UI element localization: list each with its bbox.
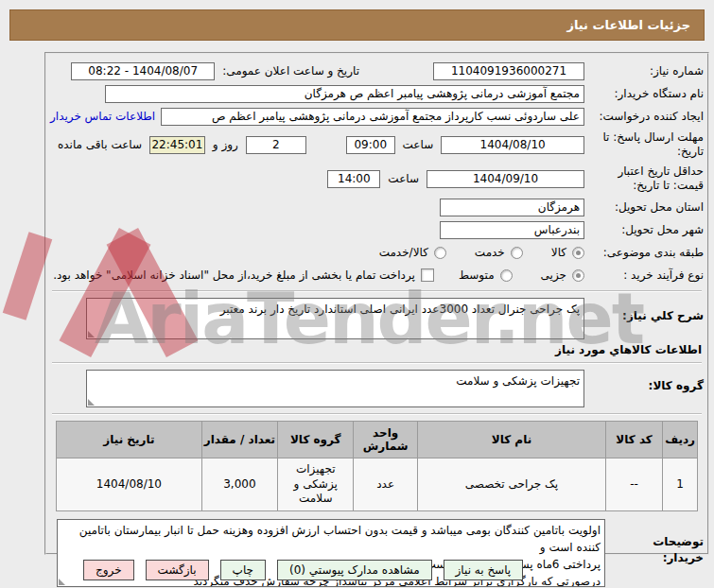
radio-option-label: متوسط xyxy=(459,268,495,282)
days-and-label: روز و xyxy=(213,138,238,151)
row-process-type: نوع فرآیند خرید : جزییمتوسط پرداخت تمام … xyxy=(50,266,704,285)
view-attachments-button[interactable]: مشاهده مدارک پیوستي (0) xyxy=(277,560,432,580)
reply-hour-label: ساعت xyxy=(403,138,434,151)
separator xyxy=(52,290,702,292)
table-cell: عدد xyxy=(354,458,417,511)
need-details-panel: شماره نیاز: 1104091936000271 تاریخ و ساع… xyxy=(44,52,709,555)
delivery-city-field[interactable]: بندرعباس xyxy=(440,221,584,239)
goods-table: ردیفکد کالانام کالاواحد شمارشگروه کالاتع… xyxy=(56,421,698,511)
announce-datetime-field[interactable]: 1404/08/07 - 08:22 xyxy=(71,62,215,80)
radio-selected-icon[interactable] xyxy=(572,269,584,282)
table-cell: 3,000 xyxy=(201,458,277,511)
window-title-bar: جزئیات اطلاعات نیاز xyxy=(9,9,705,41)
row-delivery-province: استان محل تحویل: هرمزگان xyxy=(50,198,704,216)
row-reply-deadline: مهلت ارسال پاسخ: تا تاریخ: 1404/08/10 سا… xyxy=(50,130,704,160)
buyer-notes-label: توضیحات خریدار: xyxy=(605,519,704,566)
table-cell: -- xyxy=(606,458,663,511)
hours-remaining-label: ساعت باقی مانده xyxy=(58,138,142,151)
price-validity-label: حداقل تاریخ اعتبار قیمت: تا تاریخ: xyxy=(584,164,704,193)
classification-radio-group: کالاخدمتکالا/خدمت xyxy=(379,246,584,259)
table-cell: پک جراحی تخصصی xyxy=(417,458,605,511)
row-request-creator: ایجاد کننده درخواست: علی ساردوئی نسب کار… xyxy=(50,107,704,126)
radio-option-label: کالا/خدمت xyxy=(379,246,428,259)
buyer-notes-line: اولویت باتامین کنندگان بومی میباشد و قیم… xyxy=(61,522,601,556)
resize-handle-icon[interactable] xyxy=(59,579,65,585)
radio-unselected-icon[interactable] xyxy=(500,269,513,282)
radio-selected-icon[interactable] xyxy=(572,247,584,259)
goods-table-column-header: کد کالا xyxy=(606,422,663,458)
delivery-city-label: شهر محل تحویل: xyxy=(584,223,704,237)
classification-label: طبقه بندی موضوعی: xyxy=(584,246,704,260)
need-number-field[interactable]: 1104091936000271 xyxy=(433,62,584,80)
process-type-radio-group: جزییمتوسط xyxy=(459,268,584,282)
radio-unselected-icon[interactable] xyxy=(434,247,446,259)
goods-table-column-header: ردیف xyxy=(663,422,698,458)
table-row: 1--پک جراحی تخصصیعددتجهیزات پزشکی و سلام… xyxy=(57,458,698,511)
goods-table-header-row: ردیفکد کالانام کالاواحد شمارشگروه کالاتع… xyxy=(57,422,698,458)
exit-button[interactable]: خروج xyxy=(83,560,134,580)
goods-section-header: اطلاعات کالاهاي مورد نیاز xyxy=(52,343,702,356)
radio-option[interactable]: جزیی xyxy=(541,268,584,282)
process-type-label: نوع فرآیند خرید : xyxy=(584,268,704,283)
row-classification: طبقه بندی موضوعی: کالاخدمتکالا/خدمت xyxy=(50,243,704,262)
delivery-province-label: استان محل تحویل: xyxy=(584,200,704,215)
countdown-field[interactable]: 22:45:01 xyxy=(149,136,205,154)
print-button[interactable]: چاپ xyxy=(220,560,266,580)
reply-deadline-label: مهلت ارسال پاسخ: تا تاریخ: xyxy=(584,130,704,159)
goods-table-column-header: گروه کالا xyxy=(278,422,354,458)
resize-handle-icon[interactable] xyxy=(88,331,95,337)
validity-hour-label: ساعت xyxy=(388,172,419,185)
remaining-days-field[interactable]: 2 xyxy=(246,136,306,154)
table-cell: 1 xyxy=(663,458,698,511)
delivery-province-field[interactable]: هرمزگان xyxy=(440,199,584,216)
goods-table-column-header: واحد شمارش xyxy=(354,422,417,458)
treasury-payment-label: پرداخت تمام یا بخشی از مبلغ خرید،از محل … xyxy=(53,268,415,282)
validity-time-field[interactable]: 14:00 xyxy=(327,170,380,188)
checkbox-unchecked-icon[interactable] xyxy=(421,268,434,282)
goods-group-label: گروه کالا: xyxy=(584,370,704,393)
radio-option[interactable]: خدمت xyxy=(475,246,523,259)
radio-option[interactable]: کالا xyxy=(551,246,584,259)
need-details-window: جزئیات اطلاعات نیاز شماره نیاز: 11040919… xyxy=(0,0,714,588)
row-price-validity: حداقل تاریخ اعتبار قیمت: تا تاریخ: 1404/… xyxy=(50,164,704,194)
page-title: جزئیات اطلاعات نیاز xyxy=(566,18,690,32)
request-creator-field[interactable]: علی ساردوئی نسب کارپرداز مجتمع آموزشی در… xyxy=(161,108,584,126)
treasury-payment-option[interactable]: پرداخت تمام یا بخشی از مبلغ خرید،از محل … xyxy=(53,268,434,282)
separator xyxy=(52,413,702,415)
separator xyxy=(52,362,702,364)
goods-table-column-header: نام کالا xyxy=(417,422,605,458)
table-cell: 1404/08/10 xyxy=(57,458,202,511)
radio-option-label: جزیی xyxy=(541,268,566,282)
need-description-text: پک جراحی جنرال تعداد 3000عدد ایرانی اصلی… xyxy=(220,303,580,316)
row-need-number: شماره نیاز: 1104091936000271 تاریخ و ساع… xyxy=(50,61,704,80)
back-button[interactable]: بازگشت xyxy=(146,560,209,580)
action-button-row: پاسخ به نیازمشاهده مدارک پیوستي (0)چاپبا… xyxy=(83,560,523,580)
radio-option[interactable]: متوسط xyxy=(459,268,513,282)
reply-time-field[interactable]: 09:00 xyxy=(346,136,395,154)
goods-table-column-header: تعداد / مقدار xyxy=(201,422,277,458)
buyer-contact-link[interactable]: اطلاعات تماس خریدار xyxy=(50,110,155,123)
buyer-org-label: نام دستگاه خریدار: xyxy=(584,87,704,101)
reply-deadline-date-field[interactable]: 1404/08/10 xyxy=(441,136,584,154)
radio-option-label: خدمت xyxy=(475,246,505,259)
resize-handle-icon[interactable] xyxy=(88,399,95,406)
radio-unselected-icon[interactable] xyxy=(511,247,523,259)
need-description-label: شرح کلي نیاز: xyxy=(584,298,704,323)
reply-to-need-button[interactable]: پاسخ به نیاز xyxy=(444,560,524,580)
need-description-textarea[interactable]: پک جراحی جنرال تعداد 3000عدد ایرانی اصلی… xyxy=(86,298,584,339)
row-delivery-city: شهر محل تحویل: بندرعباس xyxy=(50,220,704,239)
request-creator-label: ایجاد کننده درخواست: xyxy=(584,110,704,124)
row-need-description: شرح کلي نیاز: پک جراحی جنرال تعداد 3000ع… xyxy=(50,298,704,339)
goods-table-column-header: تاریخ نیاز xyxy=(57,422,202,458)
radio-option-label: کالا xyxy=(551,246,566,259)
price-validity-date-field[interactable]: 1404/09/10 xyxy=(427,170,584,188)
row-buyer-org: نام دستگاه خریدار: مجتمع آموزشی درمانی پ… xyxy=(50,84,704,103)
radio-option[interactable]: کالا/خدمت xyxy=(379,246,446,259)
table-cell: تجهیزات پزشکی و سلامت xyxy=(278,458,354,511)
buyer-org-field[interactable]: مجتمع آموزشی درمانی پژوهشی پیامبر اعظم ص… xyxy=(105,85,584,103)
row-goods-group: گروه کالا: تجهیزات پزشکی و سلامت xyxy=(50,370,704,407)
goods-group-text: تجهیزات پزشکی و سلامت xyxy=(456,374,580,388)
goods-group-textarea[interactable]: تجهیزات پزشکی و سلامت xyxy=(86,370,584,407)
announce-datetime-label: تاریخ و ساعت اعلان عمومی: xyxy=(222,64,359,78)
need-number-label: شماره نیاز: xyxy=(584,64,704,78)
